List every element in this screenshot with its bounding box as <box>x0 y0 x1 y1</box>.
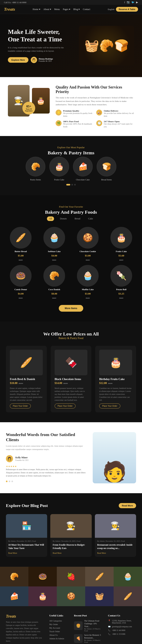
footer-link-order[interactable]: My Order <box>49 623 68 626</box>
black-choc-order-btn[interactable]: Place Your Order <box>55 404 76 408</box>
youtube-icon[interactable]: ▶ <box>136 1 138 4</box>
nav-links: Home ▾ About ▾ Menu Pages ▾ Blog ▾ Conta… <box>33 8 90 11</box>
logo[interactable]: Treats <box>4 7 15 12</box>
quality-content: Quality And Passion With Our Services Pr… <box>56 85 134 128</box>
butter-bread-name: Butter Bread <box>14 250 27 252</box>
filter-donuts[interactable]: Donuts <box>58 216 69 221</box>
founder-name: Henna Rodrigo <box>39 58 53 60</box>
twitter-icon[interactable]: 🐦 <box>131 1 134 4</box>
fresh-bred-order-btn[interactable]: Place Your Order <box>10 404 31 408</box>
feature-hours-text: 24/7 Hours Open Our shop always 24/7 tea… <box>104 120 134 128</box>
test-dot-1[interactable] <box>6 480 8 482</box>
dot-2[interactable] <box>72 184 73 186</box>
explore-button[interactable]: Explore Here <box>8 57 28 63</box>
product-birthday-cake: 🎂 Birthday Fruits Cake $12.00 more Curab… <box>95 346 136 412</box>
hero-food-image: 🧺🥐🍞 <box>79 26 134 65</box>
carousel-dots-popular <box>6 184 136 186</box>
gallery-item-9[interactable]: 🧺 <box>85 586 114 606</box>
language-selector[interactable]: English <box>108 8 114 10</box>
gallery-item-8[interactable]: 🍪 <box>57 586 85 606</box>
fav-butter-bread[interactable]: 🥖 Butter Bread $5.00 more <box>6 227 36 261</box>
test-dot-2[interactable] <box>9 480 10 482</box>
more-items-button[interactable]: More Items <box>59 305 83 312</box>
fav-potato-ball[interactable]: 🍡 Potato Ball $3.25 more <box>106 265 136 299</box>
blog-content-2: By Admin | November 10, 2025 | Food From… <box>50 538 92 557</box>
test-dot-3[interactable] <box>12 480 13 482</box>
filter-bread[interactable]: Bread <box>72 216 82 221</box>
blog-post-title-3: Restaurant secrets revealed: Inside scoo… <box>97 543 134 550</box>
hours-icon: 🕐 <box>96 120 102 126</box>
blog-img-1: 🏪 <box>6 514 47 538</box>
footer-logo[interactable]: Treats <box>6 614 44 618</box>
footer-link-admin[interactable]: Admin In Admin <box>49 637 68 640</box>
gallery-item-3[interactable]: 🍓 <box>57 567 85 586</box>
popular-label: Explore Our Most Popular <box>6 146 136 149</box>
footer-link-all[interactable]: All Categories <box>49 620 68 622</box>
blog-read-link-2[interactable]: Read More <box>53 552 62 554</box>
fruits-cake-label: Fruits Cake <box>54 178 64 181</box>
footer-link-account[interactable]: My Account <box>49 627 68 629</box>
birthday-cake-price: $12.00 <box>99 382 107 385</box>
fav-muffin[interactable]: 🧁 Muffin Cake $3.00 more <box>73 265 102 299</box>
fav-softbun[interactable]: 🧁 Softbun Cake $4.00 more <box>40 227 69 261</box>
item-chocolate-cake[interactable]: 🍰 Chocolate Cake <box>73 157 93 181</box>
filter-all[interactable]: All <box>47 216 54 221</box>
fav-candy-donut[interactable]: 🍩 Candy Donut $4.00 more <box>6 265 36 299</box>
birthday-cake-order-btn[interactable]: Place Your Order <box>99 404 120 408</box>
hero-title: Make Life Sweeter, One Treat at a Time <box>8 28 71 43</box>
black-choc-name: Black Chocolate Items <box>55 378 81 381</box>
item-bread[interactable]: 🍞 Bread Items <box>97 157 116 181</box>
fav-choc-cookie[interactable]: 🍪 Chocolate Cookie $3.00 more <box>73 227 102 261</box>
dot-3[interactable] <box>74 184 76 186</box>
dot-1[interactable] <box>66 184 70 186</box>
email-icon: ✉️ <box>108 626 110 628</box>
nav-pages[interactable]: Pages ▾ <box>63 8 70 11</box>
footer-about: Treats Nunc ut sem vitae risus tristique… <box>6 614 44 644</box>
candy-donut-price: $4.00 <box>18 292 24 295</box>
blog-read-more-button[interactable]: Read More <box>119 503 136 508</box>
fav-fruits-cake[interactable]: 🎂 Fruits Cake $5.60 more <box>106 227 136 261</box>
premium-icon: ⭐ <box>56 110 62 116</box>
item-pastry[interactable]: 🥐 Pastry Items <box>26 157 45 181</box>
footer-link-about[interactable]: About Us <box>49 634 68 636</box>
blog-read-link-3[interactable]: Read More <box>97 552 106 554</box>
pure-icon: 🌿 <box>56 120 62 126</box>
blog-grid: 🏪 By Admin | November 10, 2025 | Food 10… <box>6 514 136 557</box>
nav-about[interactable]: About ▾ <box>44 8 51 11</box>
gallery-item-1[interactable]: 🥐 <box>0 567 28 586</box>
item-fruits-cake[interactable]: 🎂 Fruits Cake <box>49 157 69 181</box>
avatar: 👩 <box>31 57 37 63</box>
reserve-table-button[interactable]: Reserve A Table <box>116 7 138 12</box>
blog-post-title-2: From Foodie Heaven to Budget-Friendly Ea… <box>53 543 89 550</box>
testimonials-dots <box>6 480 87 482</box>
filter-cake[interactable]: Cake <box>86 216 95 221</box>
gallery-item-4[interactable]: 🥖 <box>85 567 114 586</box>
gallery-item-5[interactable]: 🧁 <box>114 567 142 586</box>
top-bar-right: f 📷 🐦 ▶ <box>124 1 138 4</box>
gallery-item-6[interactable]: 🍰 <box>0 586 28 606</box>
potato-ball-image: 🍡 <box>110 265 132 286</box>
gallery-item-2[interactable]: 🍩 <box>28 567 57 586</box>
location-icon: 📍 <box>108 620 110 622</box>
nav-contact[interactable]: Contact <box>83 8 90 11</box>
address-text: 123/B, Happiness Street, Manchester, USA <box>112 620 136 624</box>
reviewer-role: Founder & CEO <box>16 459 28 461</box>
favorites-title: Bakery And Pastry Foods <box>6 210 136 215</box>
gallery-item-10[interactable]: 🥖 <box>114 586 142 606</box>
low-prices-section: We Offer Low Prices on All Bakery & Past… <box>0 322 142 422</box>
black-choc-desc: Morbi posuere laoreet arcu, volutpat nul… <box>55 387 88 402</box>
footer-link-track[interactable]: Track Order <box>49 630 68 632</box>
gallery-item-7[interactable]: 🎂 <box>28 586 57 606</box>
instagram-icon[interactable]: 📷 <box>126 1 130 4</box>
quality-section: 👨‍🍳 🎂 05+ Years Of Experience Quality An… <box>0 77 142 136</box>
blog-read-link-1[interactable]: Read More <box>8 552 17 554</box>
nav-blog[interactable]: Blog ▾ <box>73 8 80 11</box>
experience-badge: 05+ Years Of Experience <box>22 102 35 114</box>
nav-menu[interactable]: Menu <box>54 8 60 11</box>
nav-home[interactable]: Home ▾ <box>33 8 40 11</box>
fav-coco-danish[interactable]: 🥐 Coco Danish $8.00 more <box>40 265 69 299</box>
hero-description: It is a long established fact that a rea… <box>8 46 71 53</box>
facebook-icon[interactable]: f <box>124 1 125 4</box>
pastry-label: Pastry Items <box>30 178 41 181</box>
favorites-grid: 🥖 Butter Bread $5.00 more 🧁 Softbun Cake… <box>6 227 136 299</box>
